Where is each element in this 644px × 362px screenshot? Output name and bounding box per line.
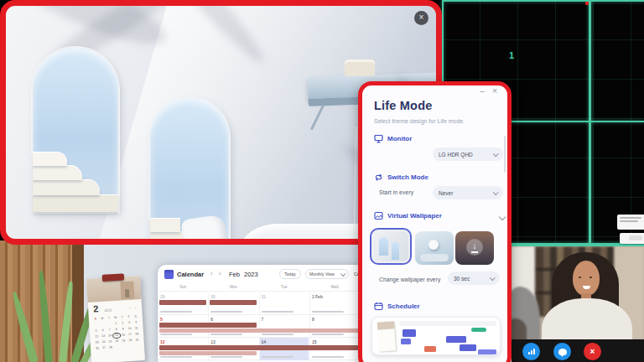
monitor-dropdown-value: LG HDR QHD — [439, 152, 473, 158]
more-events-text-line[interactable] — [210, 334, 242, 335]
chevron-down-icon[interactable] — [499, 214, 506, 220]
more-events-text-line[interactable] — [262, 334, 293, 335]
prev-month-icon[interactable]: ‹ — [210, 271, 212, 277]
mini-day: 10 — [127, 327, 133, 331]
scrollbar[interactable] — [504, 136, 506, 173]
tooltip-box — [617, 215, 644, 230]
mini-event — [446, 336, 466, 343]
scheduler-section-label: Scheduler — [374, 302, 420, 311]
mini-event — [424, 346, 436, 352]
calendar-event[interactable] — [159, 345, 358, 350]
smile — [583, 286, 590, 289]
mini-event — [471, 328, 486, 332]
mini-day: 5 — [93, 328, 100, 333]
close-icon[interactable]: × — [414, 11, 428, 25]
grid-line — [589, 0, 591, 247]
mini-day: 8 — [113, 328, 120, 332]
weekday-initial: S — [132, 314, 139, 318]
day-header: Sun — [158, 285, 208, 289]
more-events-text-line[interactable] — [262, 311, 293, 313]
empty-cell — [106, 322, 112, 326]
mini-day: 22 — [113, 339, 120, 344]
panel-subtitle: Select theme design for Life mode. — [374, 118, 465, 124]
mini-desk-calendar — [377, 321, 396, 351]
calendar-date[interactable]: 29 — [160, 294, 165, 299]
mini-day: 13 — [100, 334, 106, 339]
network-stats-button[interactable] — [522, 343, 540, 360]
calendar-event[interactable] — [159, 351, 257, 355]
wallpaper-thumb-selected[interactable] — [370, 228, 412, 265]
tooltip-text-line — [620, 220, 638, 222]
mini-day: 25 — [133, 338, 140, 342]
more-events-text-line[interactable] — [312, 311, 344, 313]
step — [33, 195, 118, 212]
grid-line — [442, 0, 644, 2]
switch-mode-icon — [374, 173, 383, 182]
more-events-text-line[interactable] — [312, 334, 344, 335]
scheduler-preview-thumb[interactable] — [371, 317, 501, 355]
end-call-x-icon: × — [590, 348, 595, 356]
chevron-down-icon — [490, 275, 495, 280]
view-dropdown[interactable]: Monthly View — [305, 269, 349, 279]
calendar-date[interactable]: 15 — [312, 339, 317, 344]
calendar-date[interactable]: 12 — [160, 339, 165, 344]
mini-day: 18 — [133, 332, 140, 336]
calendar-date[interactable]: 6 — [210, 317, 213, 322]
video-call-window: × — [512, 245, 644, 362]
calendar-date[interactable]: 5 — [160, 317, 163, 322]
calendar-event[interactable] — [210, 300, 257, 305]
calendar-date[interactable]: 30 — [210, 294, 216, 299]
day-header: Wed — [309, 285, 360, 289]
more-events-text-line[interactable] — [160, 311, 192, 313]
tooltip-button[interactable] — [629, 235, 642, 240]
chevron-down-icon — [340, 271, 345, 276]
more-events-text-line[interactable] — [312, 356, 344, 358]
mini-arch — [379, 237, 388, 256]
calendar-month: Feb — [229, 271, 240, 278]
more-events-text-line[interactable] — [210, 356, 242, 358]
start-in-every-dropdown[interactable]: Never — [433, 186, 503, 199]
mini-day: 12 — [93, 334, 100, 339]
mini-day: 2 — [119, 321, 126, 325]
close-icon[interactable]: × — [490, 86, 500, 96]
calendar-date[interactable]: 7 — [262, 317, 264, 322]
mini-event — [478, 349, 496, 355]
mini-day: 28 — [107, 345, 114, 349]
next-month-icon[interactable]: › — [219, 271, 221, 277]
calendar-date[interactable]: 1 Feb — [312, 294, 323, 299]
mini-day: 24 — [127, 339, 133, 343]
download-icon-base — [471, 251, 478, 253]
change-wallpaper-dropdown[interactable]: 30 sec — [448, 272, 500, 285]
calendar-event[interactable] — [159, 323, 257, 328]
chat-button[interactable] — [553, 343, 571, 360]
wallpaper-thumb-download[interactable]: ↓ — [455, 231, 494, 265]
end-call-button[interactable]: × — [584, 343, 601, 360]
eye — [589, 277, 592, 278]
switch-mode-label: Switch Mode — [387, 173, 428, 181]
mini-day: 17 — [127, 333, 133, 337]
wallpaper-thumb-2[interactable] — [415, 231, 454, 265]
calendar-date[interactable]: 31 — [262, 294, 267, 299]
calendar-year: 2023 — [244, 271, 258, 278]
monitor-dropdown[interactable]: LG HDR QHD — [433, 147, 503, 161]
step — [33, 153, 67, 166]
calendar-date[interactable]: 13 — [210, 339, 216, 344]
calendar-date[interactable]: 8 — [312, 317, 314, 322]
cloth — [180, 215, 229, 245]
thumb-base — [420, 254, 449, 261]
calendar-date[interactable]: 14 — [262, 339, 267, 344]
change-wallpaper-value: 30 sec — [454, 276, 470, 282]
more-events-text-line[interactable] — [160, 334, 192, 335]
signal-bars-icon — [528, 349, 535, 354]
weekday-initial: W — [112, 316, 119, 320]
more-events-text-line[interactable] — [210, 311, 242, 313]
more-events-text-line[interactable] — [160, 356, 192, 358]
minimize-icon[interactable]: – — [477, 87, 487, 97]
grid-cell-label: 1 — [509, 50, 514, 60]
today-button[interactable]: Today — [279, 269, 301, 279]
tooltip-button-box[interactable] — [620, 233, 644, 244]
calendar-event[interactable] — [159, 300, 206, 305]
step — [150, 219, 180, 232]
more-events-text-line[interactable] — [262, 356, 293, 358]
mini-day: 7 — [106, 328, 113, 332]
